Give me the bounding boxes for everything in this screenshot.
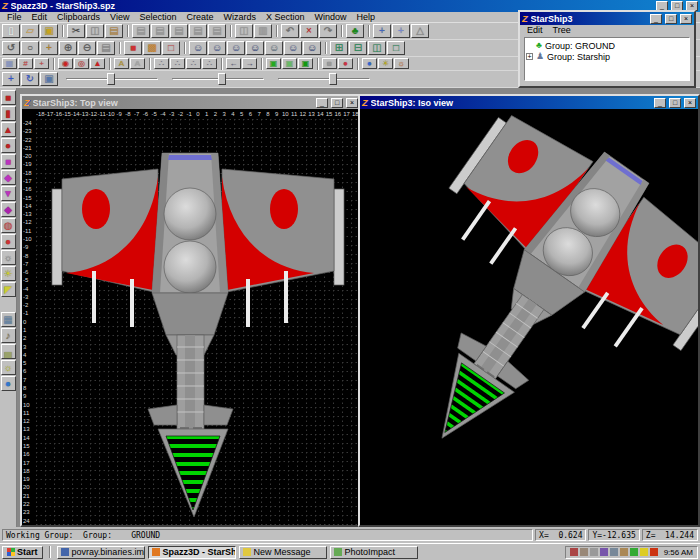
tree-maximize-button[interactable]: □ (665, 14, 677, 24)
snap-grid-icon[interactable]: # (18, 58, 33, 69)
menu-file[interactable]: File (2, 12, 27, 22)
open-file-icon[interactable]: ▱ (21, 24, 39, 38)
redo-icon[interactable]: ↷ (319, 24, 337, 38)
create-lathe-icon[interactable]: ◆ (1, 202, 16, 217)
avatar-mode-4-icon[interactable]: ☺ (246, 41, 264, 55)
shaded-view-icon[interactable]: ■ (124, 41, 142, 55)
donut-tool-icon[interactable]: ◎ (74, 58, 89, 69)
paste-replace-icon[interactable]: ▤ (208, 24, 226, 38)
task-button-photoimpact[interactable]: PhotoImpact (330, 546, 418, 559)
create-world-icon[interactable]: ● (1, 376, 16, 391)
iso-view-canvas[interactable] (360, 109, 698, 525)
cut-icon[interactable]: ✂ (67, 24, 85, 38)
printer-icon[interactable] (610, 548, 618, 556)
grid-toggle-icon[interactable]: ▦ (2, 58, 17, 69)
avatar-mode-6-icon[interactable]: ☺ (284, 41, 302, 55)
create-sound-icon[interactable]: ♪ (1, 328, 16, 343)
top-view-minimize-button[interactable]: _ (316, 98, 328, 108)
create-sensor-icon[interactable]: ◍ (1, 218, 16, 233)
create-sphere-icon[interactable]: ● (1, 138, 16, 153)
tree-item[interactable]: ♣Group: GROUND (526, 40, 688, 51)
tree-menu-tree[interactable]: Tree (548, 25, 576, 35)
paste-sibling-icon[interactable]: ▤ (170, 24, 188, 38)
ati-tray-icon[interactable] (650, 548, 658, 556)
flower-tool-icon[interactable]: ● (338, 58, 353, 69)
antivirus-icon[interactable] (630, 548, 638, 556)
iso-view-minimize-button[interactable]: _ (654, 98, 666, 108)
create-light-icon[interactable]: ☀ (1, 266, 16, 281)
copy-icon[interactable]: ◫ (86, 24, 104, 38)
hierarchy-1-icon[interactable]: ∴ (154, 58, 169, 69)
layout-quad-icon[interactable]: ⊞ (330, 41, 348, 55)
menu-wizards[interactable]: Wizards (218, 12, 261, 22)
tree-item[interactable]: +♟Group: Starship (526, 51, 688, 62)
task-button-povray-binaries-image[interactable]: povray.binaries.image... (57, 546, 145, 559)
paste-parent-icon[interactable]: ▤ (189, 24, 207, 38)
wireframe-view-icon[interactable]: □ (162, 41, 180, 55)
axes-nodes-icon[interactable]: + (392, 24, 410, 38)
plane-rotate-icon[interactable]: △ (411, 24, 429, 38)
create-gear-icon[interactable]: ☼ (1, 250, 16, 265)
viewpoint-icon[interactable]: ▣ (40, 72, 58, 86)
power-icon[interactable] (620, 548, 628, 556)
create-box-icon[interactable]: ■ (1, 90, 16, 105)
create-extrusion-icon[interactable]: ◆ (1, 170, 16, 185)
headlight-icon[interactable]: ☼ (394, 58, 409, 69)
top-view-maximize-button[interactable]: □ (331, 98, 343, 108)
menu-selection[interactable]: Selection (134, 12, 181, 22)
orbit-icon[interactable]: ↺ (2, 41, 20, 55)
text-solid-icon[interactable]: A (114, 58, 129, 69)
avatar-mode-7-icon[interactable]: ☺ (303, 41, 321, 55)
group-create-icon[interactable]: ▣ (266, 58, 281, 69)
create-background-icon[interactable]: ▦ (1, 312, 16, 327)
taskbar-clock[interactable]: 9:56 AM (660, 548, 693, 557)
create-cone-icon[interactable]: ▲ (1, 122, 16, 137)
paste-icon[interactable]: ▤ (105, 24, 123, 38)
tree-menu-edit[interactable]: Edit (522, 25, 548, 35)
create-sun-icon[interactable]: ☼ (1, 360, 16, 375)
slider-3[interactable] (278, 72, 370, 86)
top-view-close-button[interactable]: × (346, 98, 358, 108)
iso-view-close-button[interactable]: × (684, 98, 696, 108)
create-terrain-icon[interactable]: ▄ (1, 344, 16, 359)
slider-2-thumb[interactable] (218, 73, 226, 85)
layout-single-icon[interactable]: □ (387, 41, 405, 55)
hierarchy-3-icon[interactable]: ∴ (186, 58, 201, 69)
rotate-mode-icon[interactable]: ↻ (21, 72, 39, 86)
menu-create[interactable]: Create (181, 12, 218, 22)
paste-object-icon[interactable]: ▤ (132, 24, 150, 38)
nav-forward-icon[interactable]: → (242, 58, 257, 69)
scheduler-icon[interactable] (590, 548, 598, 556)
render-settings-icon[interactable]: ▤ (97, 41, 115, 55)
clipboard-viewer-icon[interactable]: ▥ (254, 24, 272, 38)
sun-icon[interactable]: ☀ (378, 58, 393, 69)
hierarchy-2-icon[interactable]: ∴ (170, 58, 185, 69)
menu-edit[interactable]: Edit (27, 12, 53, 22)
volume-icon[interactable] (580, 548, 588, 556)
expand-icon[interactable]: + (526, 53, 533, 60)
pan-hand-icon[interactable]: + (40, 41, 58, 55)
menu-window[interactable]: Window (310, 12, 352, 22)
task-button-new-message[interactable]: New Message (239, 546, 327, 559)
copy-node-icon[interactable]: ◫ (235, 24, 253, 38)
menu-clipboards[interactable]: Clipboards (52, 12, 105, 22)
save-icon[interactable]: ▣ (40, 24, 58, 38)
clear-history-icon[interactable]: × (300, 24, 318, 38)
nav-back-icon[interactable]: ← (226, 58, 241, 69)
group-add-icon[interactable]: ▣ (282, 58, 297, 69)
tree-minimize-button[interactable]: _ (650, 14, 662, 24)
start-button[interactable]: Start (2, 546, 43, 559)
menu-x-section[interactable]: X Section (261, 12, 310, 22)
slider-1[interactable] (66, 72, 158, 86)
display-adapter-icon[interactable] (600, 548, 608, 556)
layout-vertical-icon[interactable]: ◫ (368, 41, 386, 55)
hotkey-icon[interactable] (640, 548, 648, 556)
iso-view-maximize-button[interactable]: □ (669, 98, 681, 108)
menu-view[interactable]: View (105, 12, 134, 22)
create-touch-icon[interactable]: ● (1, 234, 16, 249)
tree-close-button[interactable]: × (680, 14, 692, 24)
scene-tree-icon[interactable]: ♣ (346, 24, 364, 38)
axes-icon[interactable]: + (373, 24, 391, 38)
create-faceset-icon[interactable]: ■ (1, 154, 16, 169)
move-mode-icon[interactable]: + (2, 72, 20, 86)
